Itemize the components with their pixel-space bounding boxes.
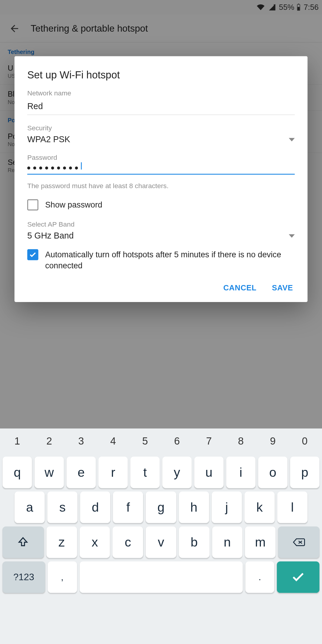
- key-t[interactable]: t: [130, 456, 160, 488]
- backspace-key[interactable]: [278, 527, 319, 558]
- ap-band-value: 5 GHz Band: [27, 231, 74, 241]
- key-v[interactable]: v: [146, 527, 177, 558]
- shift-icon: [17, 536, 29, 548]
- keyboard-row-z: zxcvbnm: [2, 527, 321, 558]
- key-3[interactable]: 3: [66, 431, 96, 452]
- key-g[interactable]: g: [146, 492, 176, 523]
- chevron-down-icon: [289, 138, 295, 141]
- key-4[interactable]: 4: [98, 431, 128, 452]
- password-masked-value: [27, 167, 295, 170]
- key-k[interactable]: k: [244, 492, 275, 523]
- key-z[interactable]: z: [47, 527, 77, 558]
- backspace-icon: [292, 536, 306, 548]
- key-7[interactable]: 7: [194, 431, 224, 452]
- key-o[interactable]: o: [258, 456, 288, 488]
- key-y[interactable]: y: [162, 456, 192, 488]
- key-j[interactable]: j: [212, 492, 242, 523]
- text-cursor: [81, 162, 82, 169]
- key-l[interactable]: l: [277, 492, 308, 523]
- key-r[interactable]: r: [98, 456, 128, 488]
- key-q[interactable]: q: [3, 456, 32, 488]
- password-input[interactable]: [27, 164, 295, 175]
- chevron-down-icon: [289, 234, 295, 237]
- key-h[interactable]: h: [179, 492, 209, 523]
- show-password-label: Show password: [45, 199, 102, 210]
- symbols-key[interactable]: ?123: [3, 561, 45, 593]
- key-6[interactable]: 6: [162, 431, 192, 452]
- key-m[interactable]: m: [245, 527, 276, 558]
- key-p[interactable]: p: [290, 456, 320, 488]
- key-0[interactable]: 0: [290, 431, 320, 452]
- auto-off-checkbox[interactable]: [27, 249, 38, 260]
- show-password-checkbox[interactable]: [27, 199, 38, 210]
- comma-key[interactable]: ,: [47, 561, 77, 593]
- keyboard-number-row: 1234567890: [2, 431, 321, 452]
- key-w[interactable]: w: [35, 456, 64, 488]
- ap-band-select[interactable]: 5 GHz Band: [27, 231, 295, 241]
- key-f[interactable]: f: [113, 492, 143, 523]
- key-a[interactable]: a: [15, 492, 45, 523]
- key-d[interactable]: d: [80, 492, 111, 523]
- security-value: WPA2 PSK: [27, 134, 70, 144]
- key-u[interactable]: u: [194, 456, 224, 488]
- keyboard-row-q: qwertyuiop: [2, 456, 321, 488]
- auto-off-label: Automatically turn off hotspots after 5 …: [45, 249, 295, 271]
- key-b[interactable]: b: [179, 527, 210, 558]
- key-e[interactable]: e: [66, 456, 96, 488]
- key-n[interactable]: n: [212, 527, 243, 558]
- key-i[interactable]: i: [226, 456, 256, 488]
- key-8[interactable]: 8: [226, 431, 256, 452]
- key-x[interactable]: x: [80, 527, 110, 558]
- ap-band-label: Select AP Band: [27, 221, 295, 228]
- keyboard-row-a: asdfghjkl: [2, 492, 321, 523]
- key-2[interactable]: 2: [35, 431, 64, 452]
- network-name-label: Network name: [27, 89, 295, 97]
- check-icon: [291, 570, 306, 584]
- key-c[interactable]: c: [113, 527, 143, 558]
- password-label: Password: [27, 154, 295, 162]
- network-name-input[interactable]: [27, 100, 295, 115]
- key-9[interactable]: 9: [258, 431, 288, 452]
- keyboard-bottom-row: ?123 , .: [2, 561, 321, 593]
- password-helper-text: The password must have at least 8 charac…: [27, 182, 295, 190]
- enter-key[interactable]: [277, 561, 319, 593]
- period-key[interactable]: .: [245, 561, 274, 593]
- key-1[interactable]: 1: [3, 431, 32, 452]
- key-5[interactable]: 5: [130, 431, 160, 452]
- soft-keyboard: 1234567890 qwertyuiop asdfghjkl zxcvbnm …: [0, 428, 322, 644]
- cancel-button[interactable]: CANCEL: [223, 284, 256, 293]
- key-s[interactable]: s: [47, 492, 78, 523]
- dialog-title: Set up Wi-Fi hotspot: [27, 69, 295, 81]
- save-button[interactable]: SAVE: [272, 284, 293, 293]
- shift-key[interactable]: [3, 527, 44, 558]
- security-select[interactable]: WPA2 PSK: [27, 134, 295, 144]
- security-label: Security: [27, 124, 295, 132]
- spacebar-key[interactable]: [79, 561, 242, 593]
- wifi-hotspot-dialog: Set up Wi-Fi hotspot Network name Securi…: [15, 56, 308, 302]
